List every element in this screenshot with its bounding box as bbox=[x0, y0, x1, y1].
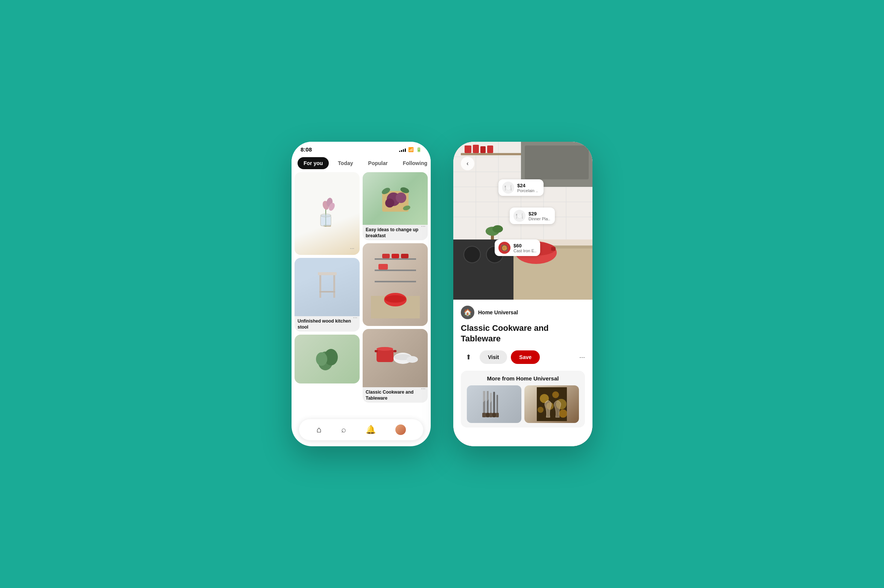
svg-rect-57 bbox=[473, 145, 479, 153]
pin-more-stool[interactable]: ··· bbox=[353, 314, 357, 320]
svg-rect-27 bbox=[378, 264, 388, 270]
publisher-row: 🏠 Home Universal bbox=[461, 306, 585, 319]
svg-rect-32 bbox=[375, 350, 378, 352]
signal-bar-3 bbox=[403, 149, 404, 152]
publisher-name: Home Universal bbox=[478, 309, 518, 315]
search-nav-icon[interactable]: ⌕ bbox=[341, 425, 346, 435]
pin-col-2: Easy ideas to change up breakfast ··· bbox=[363, 172, 428, 405]
svg-point-30 bbox=[385, 295, 406, 303]
svg-rect-7 bbox=[318, 272, 337, 275]
back-button[interactable]: ‹ bbox=[461, 157, 474, 170]
bell-nav-icon[interactable]: 🔔 bbox=[366, 425, 376, 435]
svg-rect-22 bbox=[375, 270, 416, 271]
svg-rect-23 bbox=[375, 281, 416, 282]
signal-bar-4 bbox=[405, 149, 406, 152]
pin-card-cookware[interactable]: Classic Cookware and Tableware ··· bbox=[363, 329, 428, 403]
detail-title: Classic Cookware and Tableware bbox=[461, 323, 585, 344]
svg-rect-82 bbox=[482, 413, 486, 417]
status-icons: 📶 🔋 bbox=[399, 147, 422, 152]
svg-rect-26 bbox=[401, 254, 409, 258]
pin-more-cookware[interactable]: ··· bbox=[421, 385, 425, 391]
svg-point-17 bbox=[385, 199, 394, 208]
svg-point-91 bbox=[538, 407, 544, 413]
product-tag-porcelain[interactable]: 🍽️ $24 Porcelain .. bbox=[498, 179, 544, 196]
bottom-nav: ⌂ ⌕ 🔔 bbox=[299, 419, 423, 440]
pin-card-flower[interactable]: ··· bbox=[295, 172, 360, 255]
svg-marker-75 bbox=[483, 391, 485, 402]
svg-point-16 bbox=[396, 192, 406, 203]
pin-card-kitchen[interactable] bbox=[363, 243, 428, 326]
more-from-grid bbox=[467, 385, 579, 423]
more-from-section: More from Home Universal bbox=[461, 371, 585, 427]
pin-card-plant[interactable] bbox=[295, 335, 360, 383]
product-tag-cast-iron[interactable]: 🥘 $60 Cast Iron E.. bbox=[495, 239, 540, 256]
svg-rect-8 bbox=[319, 275, 321, 298]
tab-for-you[interactable]: For you bbox=[298, 157, 329, 169]
nav-tabs: For you Today Popular Following bbox=[292, 154, 431, 172]
svg-rect-84 bbox=[489, 413, 492, 417]
phone-1: 8:08 📶 🔋 For you Today Popular Following bbox=[292, 142, 431, 446]
pin-col-1: ··· Unfinished wood kitchen stool bbox=[295, 172, 360, 405]
svg-rect-10 bbox=[319, 291, 335, 292]
svg-rect-61 bbox=[525, 145, 589, 179]
pin-grid: ··· Unfinished wood kitchen stool bbox=[292, 172, 431, 405]
cast-iron-price: $60 bbox=[513, 243, 536, 249]
cookware-label: Classic Cookware and Tableware bbox=[363, 387, 428, 403]
phone-2-content: ‹ 🍽️ $24 Porcelain .. 🍽️ $29 Dinner Pla.… bbox=[453, 142, 592, 446]
wifi-icon: 📶 bbox=[408, 147, 414, 152]
share-button[interactable]: ⬆ bbox=[461, 350, 476, 365]
pin-more-flower[interactable]: ··· bbox=[347, 245, 357, 253]
fig-label: Easy ideas to change up breakfast bbox=[363, 225, 428, 240]
svg-rect-21 bbox=[375, 258, 416, 260]
more-options-button[interactable]: ··· bbox=[579, 353, 585, 361]
kitchen-image bbox=[363, 243, 428, 326]
product-tag-dinner-plate[interactable]: 🍽️ $29 Dinner Pla.. bbox=[510, 208, 555, 224]
publisher-avatar: 🏠 bbox=[461, 306, 474, 319]
svg-rect-85 bbox=[492, 413, 496, 417]
stool-image bbox=[295, 258, 360, 316]
svg-rect-31 bbox=[377, 349, 393, 362]
phone-2: ‹ 🍽️ $24 Porcelain .. 🍽️ $29 Dinner Pla.… bbox=[453, 142, 592, 446]
svg-point-13 bbox=[316, 352, 327, 366]
pin-card-stool[interactable]: Unfinished wood kitchen stool ··· bbox=[295, 258, 360, 332]
flower-image bbox=[295, 172, 360, 255]
svg-point-70 bbox=[492, 225, 503, 233]
more-from-title: More from Home Universal bbox=[467, 375, 579, 382]
svg-point-93 bbox=[559, 409, 567, 418]
signal-bar-2 bbox=[401, 150, 402, 152]
status-time: 8:08 bbox=[301, 146, 312, 153]
svg-point-6 bbox=[320, 214, 331, 217]
porcelain-icon: 🍽️ bbox=[502, 182, 514, 194]
tab-today[interactable]: Today bbox=[332, 157, 359, 169]
signal-bar-1 bbox=[399, 151, 400, 152]
knives-thumb[interactable] bbox=[467, 385, 521, 423]
tab-following[interactable]: Following bbox=[397, 157, 431, 169]
detail-actions: ⬆ Visit Save ··· bbox=[461, 350, 585, 365]
svg-rect-33 bbox=[393, 350, 396, 352]
cast-iron-icon: 🥘 bbox=[498, 242, 510, 254]
save-button[interactable]: Save bbox=[511, 350, 540, 364]
svg-rect-86 bbox=[496, 413, 499, 417]
svg-rect-83 bbox=[486, 413, 489, 417]
profile-avatar[interactable] bbox=[395, 424, 406, 435]
porcelain-name: Porcelain .. bbox=[517, 188, 538, 193]
svg-rect-59 bbox=[487, 145, 493, 153]
pin-card-fig[interactable]: Easy ideas to change up breakfast ··· bbox=[363, 172, 428, 240]
dinner-plate-price: $29 bbox=[529, 211, 550, 217]
pin-more-fig[interactable]: ··· bbox=[421, 223, 425, 229]
dinner-plate-icon: 🍽️ bbox=[513, 210, 526, 222]
glasses-thumb[interactable] bbox=[524, 385, 579, 423]
home-nav-icon[interactable]: ⌂ bbox=[316, 425, 321, 435]
svg-rect-58 bbox=[480, 146, 486, 153]
visit-button[interactable]: Visit bbox=[480, 350, 507, 364]
tab-popular[interactable]: Popular bbox=[362, 157, 394, 169]
plant-image bbox=[295, 335, 360, 383]
detail-content: 🏠 Home Universal Classic Cookware and Ta… bbox=[453, 300, 592, 446]
signal-bars-icon bbox=[399, 147, 406, 152]
cookware-image bbox=[363, 329, 428, 387]
svg-point-72 bbox=[464, 246, 480, 263]
fig-image bbox=[363, 172, 428, 225]
dinner-plate-name: Dinner Pla.. bbox=[529, 217, 550, 221]
status-bar: 8:08 📶 🔋 bbox=[292, 142, 431, 154]
svg-point-37 bbox=[407, 356, 418, 363]
